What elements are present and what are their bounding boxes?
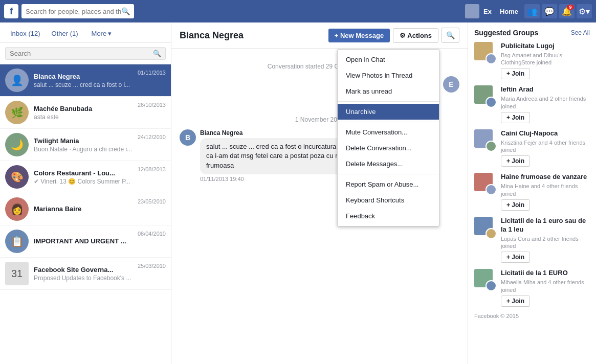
inbox-tab[interactable]: Inbox (12) xyxy=(6,28,45,39)
search-messages-icon: 🔍 xyxy=(153,50,161,57)
group-avatar-small xyxy=(485,228,497,239)
conv-date: 01/11/2013 xyxy=(138,70,166,76)
group-avatar-small xyxy=(485,280,497,291)
conv-date: 26/10/2013 xyxy=(138,102,166,108)
group-item: Haine frumoase de vanzare Mina Haine and… xyxy=(474,173,590,210)
message-header: Bianca Negrea + New Message ⚙ Actions 🔍 xyxy=(171,22,468,49)
group-desc: Krisztina Fejér and 4 other friends join… xyxy=(501,139,590,154)
conv-info: Twilight Mania Buon Natale · Auguro a ch… xyxy=(34,137,135,153)
group-avatar-wrap xyxy=(474,173,497,195)
avatar: 📋 xyxy=(5,230,29,253)
avatar: 🌙 xyxy=(5,133,29,156)
dropdown-item[interactable]: View Photos in Thread xyxy=(338,67,439,83)
nav-user-name[interactable]: Ex xyxy=(483,8,492,15)
search-message-button[interactable]: 🔍 xyxy=(442,28,459,43)
dropdown-item[interactable]: Feedback xyxy=(338,208,439,224)
conv-preview: Buon Natale · Auguro a chi crede i... xyxy=(34,146,135,153)
conv-date: 24/12/2010 xyxy=(138,134,166,140)
join-button[interactable]: + Join xyxy=(501,199,530,211)
conv-date: 23/05/2010 xyxy=(138,198,166,204)
group-name: Licitatii de la 1 EURO xyxy=(501,269,590,278)
dropdown-item[interactable]: Mark as unread xyxy=(338,83,439,99)
top-navigation: f 🔍 Ex Home 👥 💬 🔔 9 ⚙▾ xyxy=(0,0,596,22)
group-avatar-wrap xyxy=(474,269,497,291)
dropdown-divider xyxy=(338,101,439,102)
message-title: Bianca Negrea xyxy=(180,30,328,41)
conv-info: IMPORTANT AND URGENT ... xyxy=(34,237,135,246)
list-item[interactable]: 👩 Marianna Baire 23/05/2010 xyxy=(0,193,171,225)
avatar xyxy=(465,4,479,18)
group-avatar-small xyxy=(485,184,497,195)
conv-info: Facebook Site Governa... Proposed Update… xyxy=(34,266,135,282)
nav-notifications-icon[interactable]: 🔔 9 xyxy=(559,4,575,18)
search-messages-wrap: 🔍 xyxy=(5,47,166,60)
group-name: Publicitate Lugoj xyxy=(501,42,590,51)
dropdown-item[interactable]: Delete Messages... xyxy=(338,156,439,172)
group-item: Caini Cluj-Napoca Krisztina Fejér and 4 … xyxy=(474,129,590,167)
nav-friends-icon[interactable]: 👥 xyxy=(524,4,540,18)
inbox-tabs: Inbox (12) Other (1) More ▾ xyxy=(0,22,171,43)
group-avatar-wrap xyxy=(474,217,497,239)
see-all-link[interactable]: See All xyxy=(571,29,590,36)
nav-messages-icon[interactable]: 💬 xyxy=(542,4,557,18)
list-item[interactable]: 🌙 Twilight Mania Buon Natale · Auguro a … xyxy=(0,129,171,161)
group-item: Publicitate Lugoj Bsg Amanet and Dibuu's… xyxy=(474,42,590,79)
list-item[interactable]: 📋 IMPORTANT AND URGENT ... 08/04/2010 xyxy=(0,225,171,258)
conv-preview: salut ... scuze ... cred ca a fost o i..… xyxy=(34,81,135,88)
dropdown-item[interactable]: Delete Conversation... xyxy=(338,140,439,156)
dropdown-item[interactable]: Report Spam or Abuse... xyxy=(338,176,439,192)
group-info: Caini Cluj-Napoca Krisztina Fejér and 4 … xyxy=(501,129,590,167)
join-button[interactable]: + Join xyxy=(501,68,530,79)
conv-name: Facebook Site Governa... xyxy=(34,266,135,274)
search-bar: 🔍 xyxy=(21,4,134,18)
list-item[interactable]: 🎨 Colors Restaurant - Lou... ✔ Vineri, 1… xyxy=(0,161,171,193)
group-name: Licitatii de la 1 euro sau de la 1 leu xyxy=(501,217,590,234)
search-messages-container: 🔍 xyxy=(0,43,171,64)
join-button[interactable]: + Join xyxy=(501,155,530,167)
conversation-list: 👤 Bianca Negrea salut ... scuze ... cred… xyxy=(0,64,171,364)
facebook-logo[interactable]: f xyxy=(4,4,18,18)
group-info: Licitatii de la 1 euro sau de la 1 leu L… xyxy=(501,217,590,263)
suggested-groups-title: Suggested Groups xyxy=(474,29,538,37)
nav-settings-icon[interactable]: ⚙▾ xyxy=(577,4,592,18)
conv-info: Marianna Baire xyxy=(34,205,135,214)
group-desc: Mihaella Miha and 4 other friends joined xyxy=(501,279,590,293)
group-info: Haine frumoase de vanzare Mina Haine and… xyxy=(501,173,590,210)
avatar: B xyxy=(180,129,196,146)
avatar: 🌿 xyxy=(5,101,29,124)
actions-dropdown: Open in ChatView Photos in ThreadMark as… xyxy=(337,49,439,226)
conv-date: 25/03/2010 xyxy=(138,263,166,269)
conv-info: Machée Banubada asta este xyxy=(34,105,135,121)
dropdown-item[interactable]: Mute Conversation... xyxy=(338,124,439,140)
other-tab[interactable]: Other (1) xyxy=(48,28,82,39)
dropdown-divider xyxy=(338,174,439,174)
avatar: 31 xyxy=(5,262,29,285)
nav-home-link[interactable]: Home xyxy=(496,8,522,15)
list-item[interactable]: 31 Facebook Site Governa... Proposed Upd… xyxy=(0,258,171,290)
more-button[interactable]: More ▾ xyxy=(87,28,116,39)
actions-button[interactable]: ⚙ Actions xyxy=(393,28,438,43)
conv-preview: ✔ Vineri, 13 😊 Colors Summer P... xyxy=(34,178,135,185)
group-info: Ieftin Arad Maria Andreea and 2 other fr… xyxy=(501,85,590,123)
facebook-footer: Facebook © 2015 xyxy=(474,313,590,319)
group-avatar-small xyxy=(485,53,497,64)
new-message-button[interactable]: + New Message xyxy=(328,29,390,42)
search-messages-input[interactable] xyxy=(10,50,153,57)
conv-name: Bianca Negrea xyxy=(34,73,135,80)
notification-badge: 9 xyxy=(567,5,574,10)
avatar: 👩 xyxy=(5,197,29,221)
group-name: Caini Cluj-Napoca xyxy=(501,129,590,138)
search-input[interactable] xyxy=(26,8,121,15)
dropdown-item[interactable]: Keyboard Shortcuts xyxy=(338,192,439,208)
chevron-down-icon: ▾ xyxy=(108,30,112,37)
join-button[interactable]: + Join xyxy=(501,295,530,307)
join-button[interactable]: + Join xyxy=(501,112,530,123)
join-button[interactable]: + Join xyxy=(501,252,530,263)
conv-name: Machée Banubada xyxy=(34,105,135,112)
conv-date: 08/04/2010 xyxy=(138,231,166,237)
group-avatar-wrap xyxy=(474,85,497,108)
list-item[interactable]: 👤 Bianca Negrea salut ... scuze ... cred… xyxy=(0,64,171,97)
list-item[interactable]: 🌿 Machée Banubada asta este 26/10/2013 xyxy=(0,97,171,129)
dropdown-item[interactable]: Unarchive xyxy=(338,104,439,120)
dropdown-item[interactable]: Open in Chat xyxy=(338,52,439,67)
